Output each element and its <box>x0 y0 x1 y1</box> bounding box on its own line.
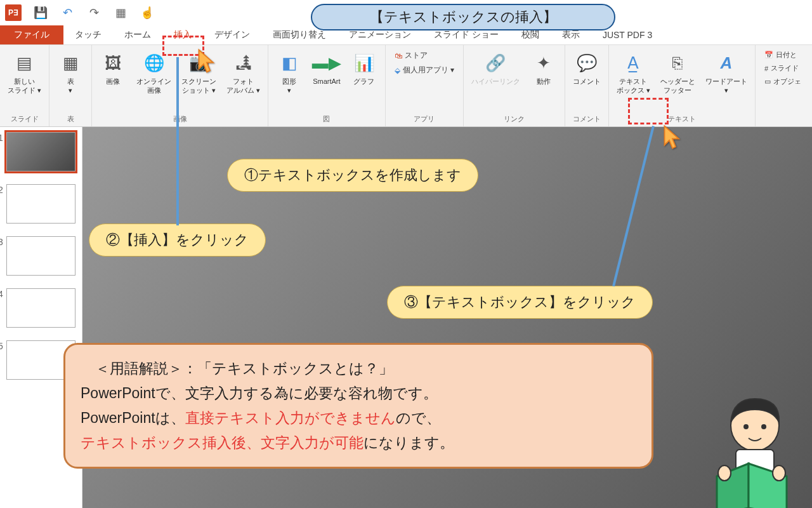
expl-line1: PowerPointで、文字入力する為に必要な容れ物です。 <box>81 381 636 406</box>
cursor-icon-textbox <box>662 124 683 150</box>
textbox-icon: A̲ <box>622 50 645 76</box>
store-icon: 🛍 <box>395 51 402 60</box>
save-icon[interactable]: 💾 <box>33 5 48 20</box>
shapes-icon: ◧ <box>278 50 301 76</box>
shapes-button[interactable]: ◧図形 ▾ <box>272 48 306 98</box>
svg-point-5 <box>718 465 731 481</box>
object-icon: ▭ <box>764 77 771 86</box>
expl-line2: PowerPointは、直接テキスト入力ができませんので、 <box>81 406 636 431</box>
expl-line3: テキストボックス挿入後、文字入力が可能になります。 <box>81 431 636 455</box>
group-text-label: テキスト <box>613 113 751 125</box>
annotation-step1: ①テキストボックスを作成します <box>227 159 478 192</box>
group-links-label: リンク <box>468 113 561 125</box>
header-footer-button[interactable]: ⎘ヘッダーと フッター <box>657 48 699 98</box>
slidenum-button[interactable]: #スライド <box>764 64 801 73</box>
thumb-3[interactable]: 3 <box>6 236 75 276</box>
chart-icon: 📊 <box>353 50 376 76</box>
smartart-icon: ▬▶ <box>315 50 338 76</box>
redo-icon[interactable]: ↷ <box>86 5 102 20</box>
thumb-1[interactable]: 1 <box>6 132 75 171</box>
smartart-button[interactable]: ▬▶SmartArt <box>309 48 344 88</box>
boy-reading-illustration <box>691 387 806 508</box>
picture-button[interactable]: 🖼画像 <box>96 48 130 88</box>
group-illust-label: 図 <box>272 113 381 125</box>
date-icon: 📅 <box>764 51 773 59</box>
undo-icon[interactable]: ↶ <box>60 5 75 20</box>
powerpoint-logo: P∃ <box>5 4 22 21</box>
chart-button[interactable]: 📊グラフ <box>347 48 381 88</box>
new-slide-icon: ▤ <box>13 50 36 76</box>
svg-point-2 <box>761 424 766 429</box>
thumb-4[interactable]: 4 <box>6 288 75 328</box>
thumb-2[interactable]: 2 <box>6 184 75 224</box>
action-button[interactable]: ✦動作 <box>527 48 561 88</box>
slideshow-icon[interactable]: ▦ <box>113 5 128 20</box>
new-slide-button[interactable]: ▤ 新しい スライド ▾ <box>4 48 45 98</box>
expl-title: ＜用語解説＞：「テキストボックスとは？」 <box>81 356 636 381</box>
tab-design[interactable]: デザイン <box>203 25 261 44</box>
online-picture-button[interactable]: 🌐オンライン 画像 <box>133 48 175 98</box>
object-button[interactable]: ▭オブジェ <box>764 77 801 86</box>
ribbon: ▤ 新しい スライド ▾ スライド ▦ 表 ▾ 表 🖼画像 🌐オンライン 画像 … <box>0 44 812 127</box>
tab-touch[interactable]: タッチ <box>63 25 113 44</box>
group-slides-label: スライド <box>4 113 45 125</box>
online-picture-icon: 🌐 <box>143 50 166 76</box>
wordart-icon: A <box>715 50 738 76</box>
slidenum-icon: # <box>764 65 768 72</box>
header-footer-icon: ⎘ <box>666 50 689 76</box>
tab-file[interactable]: ファイル <box>0 25 63 44</box>
textbox-button[interactable]: A̲テキスト ボックス ▾ <box>613 48 654 98</box>
date-button[interactable]: 📅日付と <box>764 50 801 60</box>
table-icon: ▦ <box>59 50 82 76</box>
picture-icon: 🖼 <box>102 50 124 76</box>
table-button[interactable]: ▦ 表 ▾ <box>53 48 88 98</box>
explanation-box: ＜用語解説＞：「テキストボックスとは？」 PowerPointで、文字入力する為… <box>63 343 653 469</box>
group-images-label: 画像 <box>96 113 264 125</box>
myapps-button[interactable]: ⬙個人用アプリ ▾ <box>395 65 454 76</box>
comment-icon: 💬 <box>575 50 598 76</box>
group-tables-label: 表 <box>53 113 88 125</box>
apps-icon: ⬙ <box>395 66 400 75</box>
wordart-button[interactable]: Aワードアート ▾ <box>702 48 751 98</box>
touchmode-icon[interactable]: ☝ <box>140 5 155 20</box>
annotation-step3: ③【テキストボックス】をクリック <box>387 286 653 319</box>
photo-album-button[interactable]: 🏞フォト アルバム ▾ <box>223 48 264 98</box>
annotation-step2: ②【挿入】をクリック <box>89 224 266 257</box>
cursor-icon-insert <box>197 48 217 74</box>
comment-button[interactable]: 💬コメント <box>569 48 605 88</box>
annotation-title: 【テキストボックスの挿入】 <box>311 4 615 30</box>
tab-home[interactable]: ホーム <box>113 25 162 44</box>
svg-point-1 <box>743 424 749 429</box>
album-icon: 🏞 <box>232 50 255 76</box>
store-button[interactable]: 🛍ストア <box>395 50 454 61</box>
tab-insert[interactable]: 挿入 <box>162 25 203 44</box>
hyperlink-icon: 🔗 <box>484 50 507 76</box>
action-icon: ✦ <box>532 50 555 76</box>
group-comments-label: コメント <box>569 113 605 125</box>
hyperlink-button[interactable]: 🔗ハイパーリンク <box>468 48 524 88</box>
arrow-to-insert <box>176 57 179 225</box>
svg-point-6 <box>773 465 785 481</box>
group-apps-label: アプリ <box>390 113 459 125</box>
